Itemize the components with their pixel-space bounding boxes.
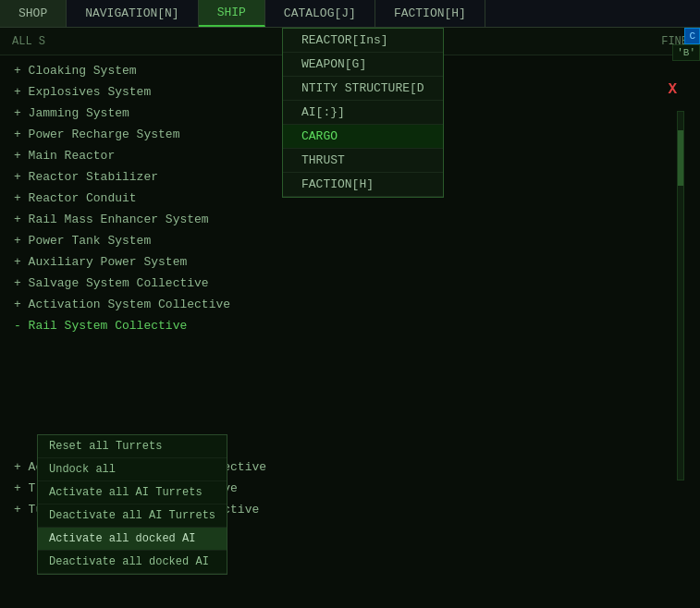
menu-catalog[interactable]: CATALOG[J] [265,0,375,27]
context-reset-turrets[interactable]: Reset all Turrets [38,435,227,458]
top-right-b-indicator: 'B' [672,44,700,61]
ship-dropdown-menu: REACTOR[Ins] WEAPON[G] NTITY STRUCTURE[D… [282,28,444,198]
dropdown-cargo[interactable]: CARGO [283,125,443,149]
list-item[interactable]: + Salvage System Collective [0,273,700,294]
scrollbar[interactable] [677,111,684,480]
close-button[interactable]: X [668,81,677,98]
list-item[interactable]: + Power Tank System [0,230,700,251]
list-item-auxiliary-power[interactable]: + Auxiliary Power System [0,251,700,273]
context-activate-docked-ai[interactable]: Activate all docked AI [38,528,227,551]
menu-ship[interactable]: SHIP [199,0,265,27]
dropdown-weapon[interactable]: WEAPON[G] [283,53,443,77]
dropdown-faction[interactable]: FACTION[H] [283,173,443,197]
list-item-rail-mass-enhancer[interactable]: + Rail Mass Enhancer System [0,209,700,230]
menu-navigation[interactable]: NAVIGATION[N] [67,0,198,27]
context-deactivate-ai-turrets[interactable]: Deactivate all AI Turrets [38,505,227,528]
list-item[interactable]: + Activation System Collective [0,294,700,315]
dropdown-reactor[interactable]: REACTOR[Ins] [283,29,443,53]
rail-system-context-menu: Reset all Turrets Undock all Activate al… [37,434,227,575]
menu-faction[interactable]: FACTION[H] [375,0,485,27]
menu-shop[interactable]: SHOP [0,0,67,27]
dropdown-ai[interactable]: AI[:}] [283,101,443,125]
dropdown-entity-structure[interactable]: NTITY STRUCTURE[D [283,77,443,101]
context-deactivate-docked-ai[interactable]: Deactivate all docked AI [38,551,227,574]
list-item-rail-system-collective[interactable]: - Rail System Collective [0,315,700,336]
top-menu-bar: SHOP NAVIGATION[N] SHIP CATALOG[J] FACTI… [0,0,700,28]
context-undock-all[interactable]: Undock all [38,458,227,481]
top-right-c-indicator: C [684,28,700,44]
context-activate-ai-turrets[interactable]: Activate all AI Turrets [38,481,227,505]
dropdown-thrust[interactable]: THRUST [283,149,443,173]
all-s-label: ALL S [5,35,53,48]
scrollbar-thumb[interactable] [678,130,683,186]
